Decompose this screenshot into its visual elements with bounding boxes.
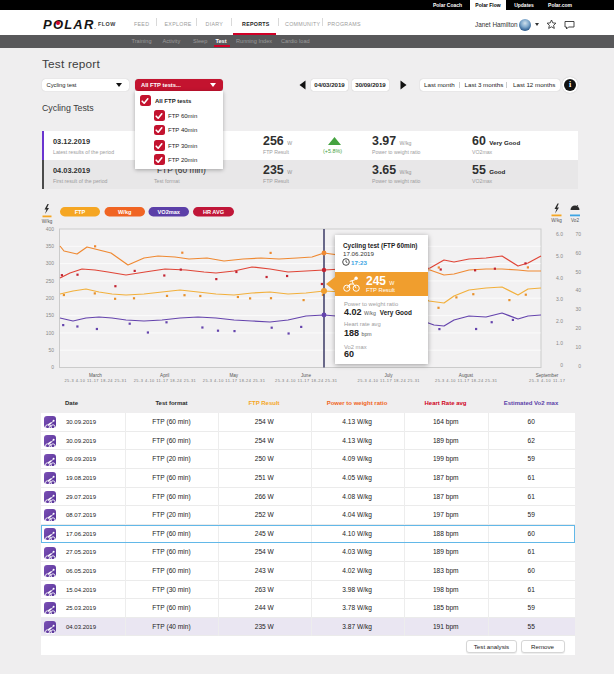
svg-text:60: 60 xyxy=(575,250,581,256)
svg-text:50: 50 xyxy=(48,347,54,353)
svg-text:30: 30 xyxy=(575,306,581,312)
svg-text:25-3 4-10 11-17 18-24 25-31: 25-3 4-10 11-17 18-24 25-31 xyxy=(203,378,265,383)
svg-text:5.0: 5.0 xyxy=(556,253,563,259)
svg-text:250: 250 xyxy=(46,278,55,284)
svg-text:70: 70 xyxy=(575,231,581,237)
svg-text:350: 350 xyxy=(46,243,55,249)
svg-text:Vo2: Vo2 xyxy=(571,218,579,223)
svg-text:10: 10 xyxy=(575,344,581,350)
svg-text:40: 40 xyxy=(575,287,581,293)
svg-text:25-3 4-10 11-17 18-24 25-31: 25-3 4-10 11-17 18-24 25-31 xyxy=(275,378,337,383)
svg-text:25-3 4-10 11-17 18-24 25-31: 25-3 4-10 11-17 18-24 25-31 xyxy=(134,378,196,383)
svg-text:300: 300 xyxy=(46,260,55,266)
svg-text:W/kg: W/kg xyxy=(42,219,53,224)
svg-text:W/kg: W/kg xyxy=(118,209,132,215)
svg-text:6.0: 6.0 xyxy=(556,231,563,237)
svg-text:50: 50 xyxy=(575,269,581,275)
svg-text:400: 400 xyxy=(46,226,55,232)
svg-text:0: 0 xyxy=(578,363,581,369)
svg-text:VO2max: VO2max xyxy=(158,209,181,215)
svg-text:25-3 4-10 11-17: 25-3 4-10 11-17 xyxy=(529,378,565,383)
svg-text:4.0: 4.0 xyxy=(556,275,563,281)
svg-text:200: 200 xyxy=(46,295,55,301)
svg-text:1.0: 1.0 xyxy=(556,340,563,346)
svg-text:0: 0 xyxy=(51,364,54,370)
svg-text:0: 0 xyxy=(560,362,563,368)
svg-text:150: 150 xyxy=(46,312,55,318)
svg-text:25-3 4-10 11-17 18-24 25-31: 25-3 4-10 11-17 18-24 25-31 xyxy=(358,378,420,383)
svg-text:2.0: 2.0 xyxy=(556,318,563,324)
svg-text:FTP: FTP xyxy=(75,209,86,215)
svg-text:25-3 4-10 11-17 18-24 25-31: 25-3 4-10 11-17 18-24 25-31 xyxy=(435,378,497,383)
svg-text:25-3 4-10 11-17 18-24 25-31: 25-3 4-10 11-17 18-24 25-31 xyxy=(64,378,126,383)
svg-text:100: 100 xyxy=(46,330,55,336)
svg-text:3.0: 3.0 xyxy=(556,296,563,302)
svg-text:HR AVG: HR AVG xyxy=(203,209,224,215)
svg-text:W/kg: W/kg xyxy=(551,218,562,223)
svg-text:20: 20 xyxy=(575,325,581,331)
